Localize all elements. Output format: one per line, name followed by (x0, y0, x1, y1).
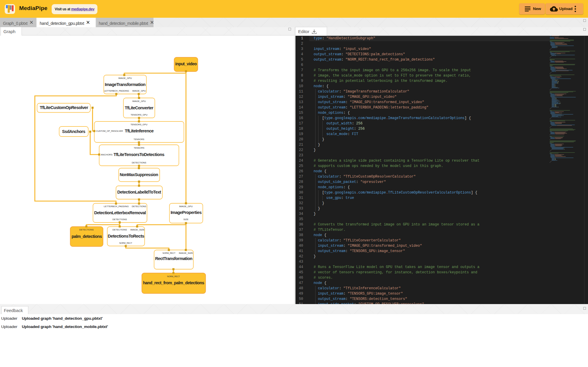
svg-text:TfLiteCustomOpResolver: TfLiteCustomOpResolver (40, 105, 89, 110)
svg-text:CUSTOM_OP_RESOLVER: CUSTOM_OP_RESOLVER (96, 130, 123, 132)
svg-text:NORM_RECT: NORM_RECT (167, 275, 180, 278)
svg-text:IMAGE_GPU: IMAGE_GPU (179, 205, 193, 208)
svg-text:IMAGE_SIZE: IMAGE_SIZE (179, 252, 193, 254)
svg-text:DetectionsToRects: DetectionsToRects (108, 234, 144, 238)
svg-text:palm_detections: palm_detections (71, 234, 102, 239)
svg-text:TENSORS_GPU: TENSORS_GPU (130, 123, 147, 126)
svg-text:SIZE: SIZE (183, 218, 188, 221)
svg-text:IMAGE_GPU: IMAGE_GPU (132, 90, 146, 92)
svg-text:TENSORS: TENSORS (134, 147, 144, 149)
svg-text:DETECTIONS: DETECTIONS (112, 228, 127, 231)
svg-text:DetectionLabelIdToText: DetectionLabelIdToText (117, 190, 161, 194)
svg-text:NORM_RECT: NORM_RECT (163, 252, 175, 254)
svg-text:RectTransformation: RectTransformation (155, 256, 192, 261)
svg-text:SsdAnchors: SsdAnchors (62, 129, 85, 134)
svg-text:TENSORS: TENSORS (134, 138, 144, 141)
svg-text:IMAGE_GPU: IMAGE_GPU (132, 100, 146, 103)
svg-text:TfLiteTensorsToDetections: TfLiteTensorsToDetections (114, 152, 165, 157)
svg-text:DETECTIONS: DETECTIONS (132, 205, 146, 208)
svg-text:DETECTIONS: DETECTIONS (79, 228, 94, 231)
svg-text:LETTERBOX_PADDING: LETTERBOX_PADDING (104, 90, 129, 92)
svg-text:IMAGE_SIZE: IMAGE_SIZE (130, 228, 145, 231)
svg-text:ImageProperties: ImageProperties (171, 210, 202, 215)
svg-text:ANCHORS: ANCHORS (101, 153, 112, 156)
svg-text:hand_rect_from_palm_detections: hand_rect_from_palm_detections (143, 280, 205, 285)
svg-text:LETTERBOX_PADDING: LETTERBOX_PADDING (104, 205, 129, 208)
svg-text:IMAGE_GPU: IMAGE_GPU (118, 77, 132, 79)
svg-text:TfLiteConverter: TfLiteConverter (125, 105, 153, 110)
svg-text:input_video: input_video (175, 61, 197, 66)
svg-text:DETECTIONS: DETECTIONS (112, 218, 127, 221)
svg-text:NORM_RECT: NORM_RECT (119, 242, 132, 244)
svg-text:TfLiteInference: TfLiteInference (125, 129, 154, 133)
svg-text:ImageTransformation: ImageTransformation (105, 82, 146, 87)
svg-text:DetectionLetterboxRemoval: DetectionLetterboxRemoval (94, 210, 146, 215)
svg-text:TENSORS_GPU: TENSORS_GPU (130, 113, 147, 116)
svg-text:NonMaxSuppression: NonMaxSuppression (120, 172, 158, 177)
svg-text:DETECTIONS: DETECTIONS (132, 161, 146, 164)
